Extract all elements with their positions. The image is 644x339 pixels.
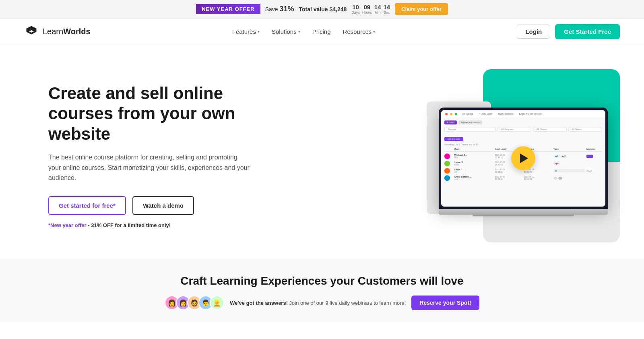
offer-link[interactable]: *New year offer — [48, 222, 87, 228]
reserve-spot-button[interactable]: Reserve your Spot! — [411, 296, 479, 310]
avatar: 👱 — [210, 296, 224, 310]
nav-solutions[interactable]: Solutions ▾ — [272, 28, 300, 35]
webinar-text: We've got the answers! Join one of our 9… — [230, 300, 406, 306]
claim-button[interactable]: Claim your offer — [395, 3, 448, 15]
nav-features[interactable]: Features ▾ — [232, 28, 260, 35]
hero-buttons: Get started for free* Watch a demo — [48, 196, 250, 215]
nav-resources[interactable]: Resources ▾ — [343, 28, 376, 35]
login-button[interactable]: Login — [517, 25, 550, 39]
get-started-free-button[interactable]: Get started for free* — [48, 196, 126, 215]
webinar-bar: 👩 👩 🧔 👨 👱 We've got the answers! Join on… — [8, 296, 636, 310]
screen-content: All Users + Add user Bulk actions Export… — [441, 110, 605, 207]
total-value: Total value $4,248 — [299, 6, 347, 12]
chevron-down-icon: ▾ — [373, 29, 375, 34]
logo-text: LearnWorlds — [43, 27, 91, 36]
watch-demo-button[interactable]: Watch a demo — [132, 196, 194, 215]
save-text: Save 31% — [265, 5, 294, 13]
navbar: LearnWorlds Features ▾ Solutions ▾ Prici… — [0, 19, 644, 45]
chevron-down-icon: ▾ — [298, 29, 300, 34]
countdown: 10 Days 09 Hours 14 Min 14 Sec — [351, 4, 390, 14]
play-triangle-icon — [520, 153, 528, 163]
laptop-mockup: All Users + Add user Bulk actions Export… — [439, 107, 608, 215]
hero-section: Create and sell online courses from your… — [0, 45, 644, 258]
dot-green — [455, 113, 457, 115]
laptop-screen: All Users + Add user Bulk actions Export… — [439, 107, 608, 209]
top-banner: NEW YEAR OFFER Save 31% Total value $4,2… — [0, 0, 644, 19]
screen-header: All Users + Add user Bulk actions Export… — [441, 110, 605, 118]
hero-left: Create and sell online courses from your… — [48, 83, 250, 228]
offer-note: *New year offer - 31% OFF for a limited … — [48, 222, 250, 228]
chevron-down-icon: ▾ — [258, 29, 260, 34]
nav-links: Features ▾ Solutions ▾ Pricing Resources… — [232, 28, 375, 35]
nav-actions: Login Get Started Free — [517, 24, 620, 39]
hero-illustration: All Users + Add user Bulk actions Export… — [427, 69, 620, 242]
play-button[interactable] — [511, 146, 535, 170]
avatar-stack: 👩 👩 🧔 👨 👱 — [165, 296, 224, 310]
hero-title: Create and sell online courses from your… — [48, 83, 250, 144]
dot-yellow — [450, 113, 452, 115]
bottom-section: Craft Learning Experiences your Customer… — [0, 258, 644, 322]
logo-icon — [24, 25, 39, 39]
logo[interactable]: LearnWorlds — [24, 25, 91, 39]
offer-badge: NEW YEAR OFFER — [196, 4, 260, 14]
get-started-button[interactable]: Get Started Free — [555, 24, 620, 39]
bottom-title: Craft Learning Experiences your Customer… — [8, 275, 636, 287]
laptop-base — [439, 209, 608, 215]
dot-red — [445, 113, 448, 115]
hero-description: The best online course platform for crea… — [48, 152, 250, 183]
nav-pricing[interactable]: Pricing — [312, 28, 331, 35]
